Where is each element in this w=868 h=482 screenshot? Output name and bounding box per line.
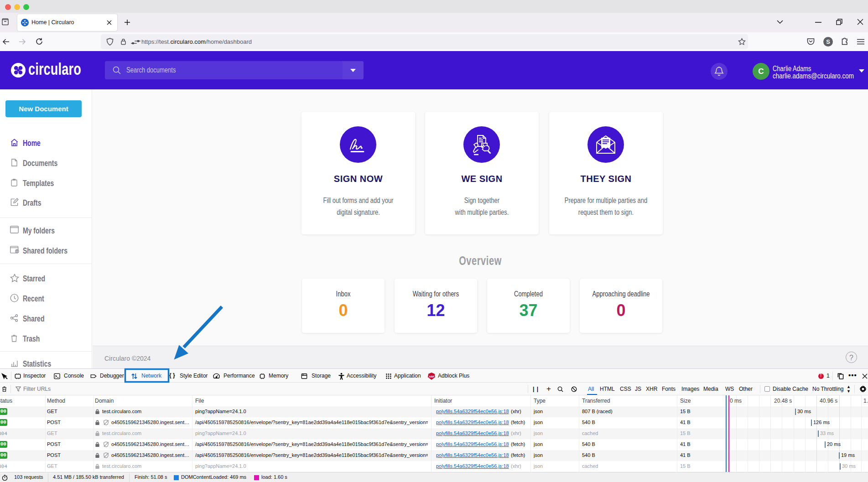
svg-text:ABP: ABP	[429, 375, 434, 378]
